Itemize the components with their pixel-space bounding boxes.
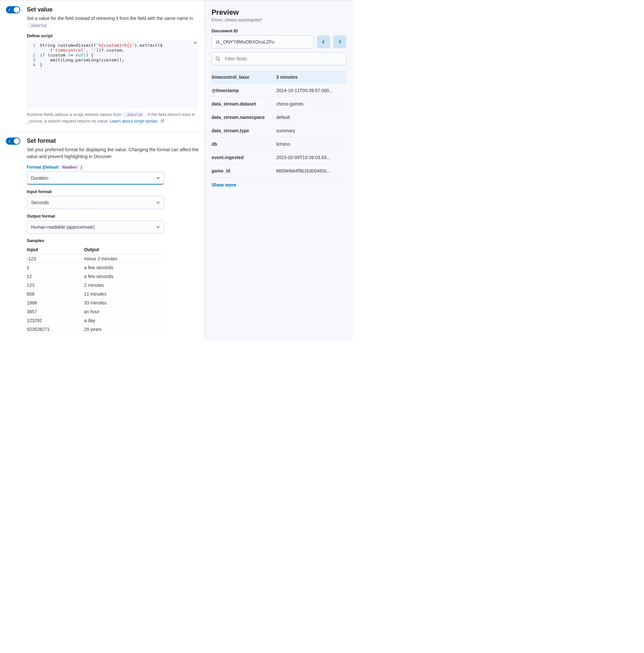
preview-from: From: chess-summaries* [211,17,347,23]
input-format-value: Seconds [31,200,49,205]
sample-row: 1a few seconds [27,263,164,272]
preview-panel: Preview From: chess-summaries* Document … [205,0,353,341]
show-more-link[interactable]: Show more [211,182,236,188]
preview-title: Preview [211,8,347,17]
preview-row: data_stream.datasetchess-games [211,97,347,111]
set-value-toggle[interactable]: ✓ [6,6,20,14]
chevron-left-icon [322,40,325,44]
format-label: Format (Default: Number ) [27,165,199,170]
sample-output: a few seconds [84,272,164,281]
preview-field-value: lichess [276,138,347,151]
preview-row: game_id6609efeb4f9b1b300450c... [211,164,347,178]
sample-input: 123292 [27,316,84,325]
sample-output: 2 minutes [84,281,164,290]
preview-field-name: data_stream.type [211,124,276,138]
sample-output: minus 2 minutes [84,255,164,263]
output-format-value: Human-readable (approximate) [31,224,95,229]
input-format-select[interactable]: Seconds [27,196,164,209]
preview-field-name: game_id [211,164,276,178]
next-document-button[interactable] [333,35,347,48]
samples-table: Input Output -123minus 2 minutes1a few s… [27,245,164,334]
preview-row: @timestamp2014-10-11T00:39:57.000... [211,84,347,97]
preview-field-name: @timestamp [211,84,276,97]
check-icon: ✓ [8,139,11,144]
sample-row: 92352827129 years [27,325,164,334]
preview-field-value: 6609efeb4f9b1b300450c... [276,164,347,178]
samples-label: Samples [27,238,199,243]
sample-output: a day [84,316,164,325]
sample-row: 123292a day [27,316,164,325]
check-icon: ✓ [8,7,11,13]
set-value-title: Set value [27,6,199,13]
sample-row: 12a few seconds [27,272,164,281]
preview-field-name: data_stream.namespace [211,111,276,124]
sample-input: 1 [27,263,84,272]
sample-input: 1988 [27,298,84,307]
input-format-label: Input format [27,189,199,194]
format-select[interactable]: Duration [27,171,164,185]
sample-row: 65811 minutes [27,290,164,298]
script-editor[interactable]: 1String custom=dissect('%{custom}+%{}').… [27,40,199,109]
preview-fields-table: timecontrol_base 3 minutes @timestamp201… [211,71,347,178]
output-format-label: Output format [27,214,199,219]
preview-row: dblichess [211,138,347,151]
set-format-section: ✓ Set format Set your preferred format f… [0,131,205,341]
sample-output: 33 minutes [84,298,164,307]
search-icon [215,56,220,62]
preview-field-value: default [276,111,347,124]
filter-fields-input[interactable] [211,52,347,65]
sample-row: 198833 minutes [27,298,164,307]
editor-scrollbar[interactable] [194,42,197,44]
sample-output: a few seconds [84,263,164,272]
sample-input: 123 [27,281,84,290]
output-format-select[interactable]: Human-readable (approximate) [27,220,164,234]
sample-input: 923528271 [27,325,84,334]
preview-row: data_stream.namespacedefault [211,111,347,124]
sample-input: -123 [27,255,84,263]
prev-document-button[interactable] [317,35,330,48]
preview-row: data_stream.typesummary [211,124,347,138]
sample-output: an hour [84,307,164,316]
preview-field-name: event.ingested [211,151,276,164]
preview-highlight-row: timecontrol_base 3 minutes [211,71,347,84]
preview-field-value: 2014-10-11T00:39:57.000... [276,84,347,97]
sample-input: 3857 [27,307,84,316]
preview-field-value: summary [276,124,347,138]
set-value-desc: Set a value for the field instead of ret… [27,15,199,29]
sample-row: -123minus 2 minutes [27,255,164,263]
samples-header-output: Output [84,245,164,255]
preview-row: event.ingested2023-02-09T10:39:03.83... [211,151,347,164]
preview-field-name: timecontrol_base [211,71,276,84]
set-value-section: ✓ Set value Set a value for the field in… [0,0,205,131]
preview-field-value: 2023-02-09T10:39:03.83... [276,151,347,164]
set-format-toggle[interactable]: ✓ [6,138,20,145]
sample-output: 29 years [84,325,164,334]
set-format-desc: Set your preferred format for displaying… [27,146,199,160]
svg-point-0 [216,57,219,60]
define-script-label: Define script [27,33,199,38]
sample-input: 658 [27,290,84,298]
format-select-value: Duration [31,175,48,180]
samples-header-input: Input [27,245,84,255]
chevron-right-icon [338,40,341,44]
script-syntax-link[interactable]: Learn about script syntax. [110,119,164,123]
document-id-label: Document ID [211,28,347,33]
sample-output: 11 minutes [84,290,164,298]
sample-row: 3857an hour [27,307,164,316]
preview-field-name: data_stream.dataset [211,97,276,111]
source-code-badge: _source [27,23,48,28]
sample-input: 12 [27,272,84,281]
external-link-icon [161,119,164,123]
set-format-title: Set format [27,138,199,144]
document-id-input[interactable] [211,35,314,48]
preview-field-name: db [211,138,276,151]
preview-field-value: chess-games [276,97,347,111]
sample-row: 1232 minutes [27,281,164,290]
preview-field-value: 3 minutes [276,71,347,84]
script-hint: Runtime fields without a script retrieve… [27,112,199,124]
